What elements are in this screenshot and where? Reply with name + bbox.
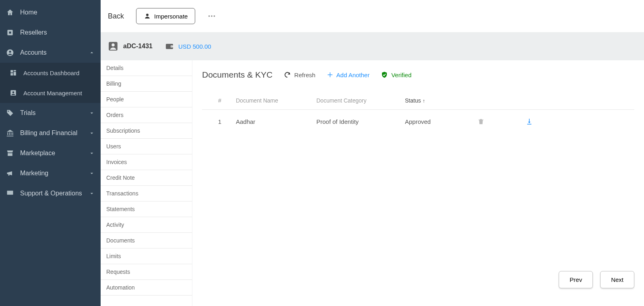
impersonate-button[interactable]: Impersonate [136, 8, 195, 24]
sidebar-item-label: Billing and Financial [20, 129, 89, 137]
sidebar-item-resellers[interactable]: Resellers [0, 23, 101, 43]
svg-point-13 [208, 15, 210, 17]
sidebar-item-label: Marketplace [20, 150, 89, 157]
more-actions-button[interactable] [207, 12, 216, 21]
chevron-down-icon [89, 190, 95, 197]
sidebar-item-account-management[interactable]: Account Management [0, 83, 101, 103]
subnav-people[interactable]: People [101, 92, 192, 107]
subnav-transactions[interactable]: Transactions [101, 186, 192, 201]
subnav-details[interactable]: Details [101, 60, 192, 76]
sidebar-item-billing-financial[interactable]: Billing and Financial [0, 123, 101, 143]
svg-point-3 [9, 51, 11, 53]
sidebar-item-label: Trials [20, 109, 89, 117]
person-box-icon [9, 88, 18, 97]
verified-label: Verified [391, 72, 411, 78]
sidebar-item-label: Resellers [20, 29, 95, 36]
col-status[interactable]: Status ↑ [405, 97, 477, 104]
svg-point-10 [8, 111, 9, 112]
sidebar: Home Resellers Accounts Accounts Dashboa… [0, 0, 101, 306]
account-subnav: Details Billing People Orders Subscripti… [101, 60, 192, 306]
subnav-users[interactable]: Users [101, 139, 192, 154]
person-icon [144, 12, 151, 20]
sidebar-item-home[interactable]: Home [0, 2, 101, 23]
next-button[interactable]: Next [600, 271, 634, 288]
bank-icon [6, 129, 14, 138]
reseller-icon [6, 28, 14, 37]
sidebar-item-label: Marketing [20, 170, 89, 177]
sidebar-item-label: Account Management [23, 90, 95, 97]
subnav-subscriptions[interactable]: Subscriptions [101, 123, 192, 139]
refresh-button[interactable]: Refresh [284, 71, 316, 78]
cell-name: Aadhar [236, 118, 316, 125]
svg-point-12 [146, 14, 149, 16]
svg-rect-4 [10, 70, 13, 72]
chevron-down-icon [89, 130, 95, 136]
refresh-icon [284, 71, 291, 78]
sidebar-item-trials[interactable]: Trials [0, 103, 101, 123]
sidebar-item-marketplace[interactable]: Marketplace [0, 143, 101, 163]
topbar: Back Impersonate [101, 0, 644, 32]
table-row: 1 Aadhar Proof of Identity Approved [202, 110, 634, 133]
content-row: Details Billing People Orders Subscripti… [101, 60, 644, 306]
svg-rect-5 [14, 70, 16, 71]
subnav-orders[interactable]: Orders [101, 107, 192, 123]
sidebar-item-accounts[interactable]: Accounts [0, 43, 101, 63]
person-circle-icon [6, 48, 14, 57]
plus-icon [327, 72, 333, 78]
subnav-billing[interactable]: Billing [101, 76, 192, 92]
svg-rect-6 [14, 72, 16, 76]
panel-title: Documents & KYC [202, 70, 272, 80]
cell-category: Proof of Identity [316, 118, 405, 125]
subnav-documents[interactable]: Documents [101, 233, 192, 248]
sort-asc-icon: ↑ [423, 98, 425, 104]
tag-icon [6, 109, 14, 117]
subnav-invoices[interactable]: Invoices [101, 154, 192, 170]
add-label: Add Another [336, 72, 370, 78]
home-icon [6, 8, 14, 17]
chevron-down-icon [89, 150, 95, 156]
subnav-limits[interactable]: Limits [101, 248, 192, 264]
panel-header: Documents & KYC Refresh Add Another [202, 70, 634, 80]
chevron-down-icon [89, 110, 95, 116]
prev-button[interactable]: Prev [559, 271, 593, 288]
dashboard-icon [9, 68, 18, 77]
account-summary-bar: aDC-1431 USD 500.00 [101, 32, 644, 60]
verified-badge: Verified [381, 71, 411, 78]
store-icon [6, 149, 14, 158]
add-another-button[interactable]: Add Another [327, 72, 370, 78]
sidebar-item-label: Support & Operations [20, 190, 89, 197]
sidebar-item-marketing[interactable]: Marketing [0, 163, 101, 183]
sidebar-item-accounts-dashboard[interactable]: Accounts Dashboard [0, 63, 101, 83]
subnav-activity[interactable]: Activity [101, 217, 192, 233]
svg-rect-11 [7, 191, 13, 195]
subnav-credit-note[interactable]: Credit Note [101, 170, 192, 186]
download-button[interactable] [526, 118, 574, 125]
col-delete [477, 97, 526, 104]
bullhorn-icon [6, 169, 14, 178]
sidebar-item-label: Accounts Dashboard [23, 70, 95, 76]
svg-point-15 [214, 15, 215, 17]
chevron-down-icon [89, 170, 95, 177]
documents-panel: Documents & KYC Refresh Add Another [192, 60, 644, 306]
delete-button[interactable] [477, 118, 526, 125]
col-status-label: Status [405, 97, 421, 104]
table-header: # Document Name Document Category Status… [202, 92, 634, 110]
subnav-statements[interactable]: Statements [101, 201, 192, 217]
account-balance[interactable]: USD 500.00 [178, 43, 211, 50]
subnav-requests[interactable]: Requests [101, 264, 192, 280]
chevron-up-icon [89, 49, 95, 56]
svg-rect-7 [10, 73, 13, 76]
subnav-automation[interactable]: Automation [101, 280, 192, 296]
col-download [526, 97, 574, 104]
back-link[interactable]: Back [108, 12, 124, 21]
svg-point-14 [211, 15, 213, 17]
sidebar-subgroup-accounts: Accounts Dashboard Account Management [0, 63, 101, 103]
account-id-wrap: aDC-1431 [108, 41, 153, 51]
col-index: # [204, 97, 236, 104]
account-id: aDC-1431 [123, 43, 153, 50]
svg-point-20 [171, 46, 172, 47]
col-name: Document Name [236, 97, 316, 104]
sidebar-item-support-operations[interactable]: Support & Operations [0, 183, 101, 203]
sidebar-item-label: Accounts [20, 49, 89, 56]
cell-index: 1 [204, 118, 236, 125]
